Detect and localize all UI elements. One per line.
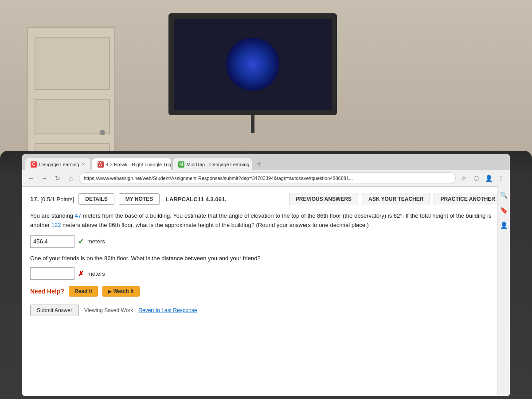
tab-cengage[interactable]: C Cengage Learning × (25, 158, 91, 170)
practice-another-button[interactable]: PRACTICE ANOTHER (434, 193, 502, 205)
details-button[interactable]: DETAILS (78, 193, 114, 205)
tab-mindtap[interactable]: M MindTap - Cengage Learning × (172, 158, 252, 170)
revert-link[interactable]: Revert to Last Response (138, 307, 197, 313)
question-text-part1: You are standing 47 meters from the base… (30, 211, 502, 230)
toolbar-actions: ☆ ⬡ 👤 ⋮ (458, 173, 506, 184)
laptop: C Cengage Learning × W 4.3 Hmwk - Right … (0, 151, 532, 399)
need-help-label: Need Help? (30, 288, 64, 295)
forward-button[interactable]: → (39, 173, 50, 184)
browser-toolbar: ← → ↻ ⌂ ☆ ⬡ 👤 ⋮ (22, 170, 510, 186)
highlight-122: 122 (51, 222, 61, 228)
unit-label-2: meters (87, 270, 105, 277)
tab-label-webassign: 4.3 Hmwk - Right Triangle Trigon (106, 162, 172, 167)
home-button[interactable]: ⌂ (66, 173, 76, 184)
action-buttons: PREVIOUS ANSWERS ASK YOUR TEACHER PRACTI… (289, 193, 502, 205)
address-bar[interactable] (79, 172, 456, 184)
tab-icon-mindtap: M (178, 161, 184, 168)
ask-teacher-button[interactable]: ASK YOUR TEACHER (362, 193, 430, 205)
answer-row-2: ✗ meters (30, 267, 502, 280)
tab-webassign[interactable]: W 4.3 Hmwk - Right Triangle Trigon × (92, 158, 172, 170)
door-panel-top (35, 37, 110, 90)
tab-icon-webassign: W (98, 161, 104, 168)
door-knob (100, 130, 105, 135)
read-it-button[interactable]: Read It (69, 286, 98, 297)
reload-button[interactable]: ↻ (52, 173, 63, 184)
question-text-part2: One of your friends is on the 86th floor… (30, 254, 502, 263)
previous-answers-button[interactable]: PREVIOUS ANSWERS (289, 193, 358, 205)
my-notes-button[interactable]: MY NOTES (119, 193, 160, 205)
browser-chrome: C Cengage Learning × W 4.3 Hmwk - Right … (22, 154, 510, 187)
new-tab-button[interactable]: + (253, 158, 266, 170)
tab-close-cengage[interactable]: × (82, 161, 85, 168)
sidebar-icon-user[interactable]: 👤 (500, 221, 509, 230)
tab-label-mindtap: MindTap - Cengage Learning (187, 162, 250, 167)
highlight-47: 47 (75, 212, 81, 219)
watch-icon: ▶ (108, 289, 112, 294)
watch-it-button[interactable]: ▶ Watch It (102, 286, 140, 297)
extensions-button[interactable]: ⬡ (471, 173, 481, 184)
back-button[interactable]: ← (26, 173, 36, 184)
menu-button[interactable]: ⋮ (496, 173, 506, 184)
question-number: 17. [0.5/1 Points] (30, 196, 74, 203)
tv (168, 13, 337, 115)
tv-stand (251, 115, 254, 133)
star-button[interactable]: ☆ (458, 173, 469, 184)
sidebar-icon-bookmark[interactable]: 🔖 (500, 206, 509, 215)
wrong-mark: ✗ (78, 270, 84, 278)
correct-mark: ✓ (78, 237, 84, 246)
sidebar-icon-search[interactable]: 🔍 (500, 191, 509, 200)
question-header: 17. [0.5/1 Points] DETAILS MY NOTES LARP… (30, 193, 502, 205)
profile-button[interactable]: 👤 (483, 173, 494, 184)
tab-icon-cengage: C (31, 161, 37, 168)
assignment-code: LARPCALC11 4.3.061. (166, 196, 227, 203)
sidebar-right: 🔍 🔖 👤 (497, 186, 510, 396)
answer-input-1[interactable] (30, 235, 74, 248)
tv-glow (226, 38, 279, 91)
browser-tabs: C Cengage Learning × W 4.3 Hmwk - Right … (22, 154, 510, 170)
laptop-screen: C Cengage Learning × W 4.3 Hmwk - Right … (22, 154, 510, 396)
footer-row: Submit Answer Viewing Saved Work Revert … (30, 305, 502, 316)
need-help-row: Need Help? Read It ▶ Watch It (30, 286, 502, 297)
door-panel-mid (35, 99, 110, 134)
answer-input-2[interactable] (30, 267, 74, 280)
tab-label-cengage: Cengage Learning (39, 162, 79, 167)
page-content: 17. [0.5/1 Points] DETAILS MY NOTES LARP… (22, 187, 510, 396)
unit-label-1: meters (87, 238, 105, 245)
submit-button[interactable]: Submit Answer (30, 305, 79, 316)
viewing-text: Viewing Saved Work (84, 307, 133, 313)
answer-row-1: ✓ meters (30, 235, 502, 248)
tv-screen (168, 13, 337, 115)
